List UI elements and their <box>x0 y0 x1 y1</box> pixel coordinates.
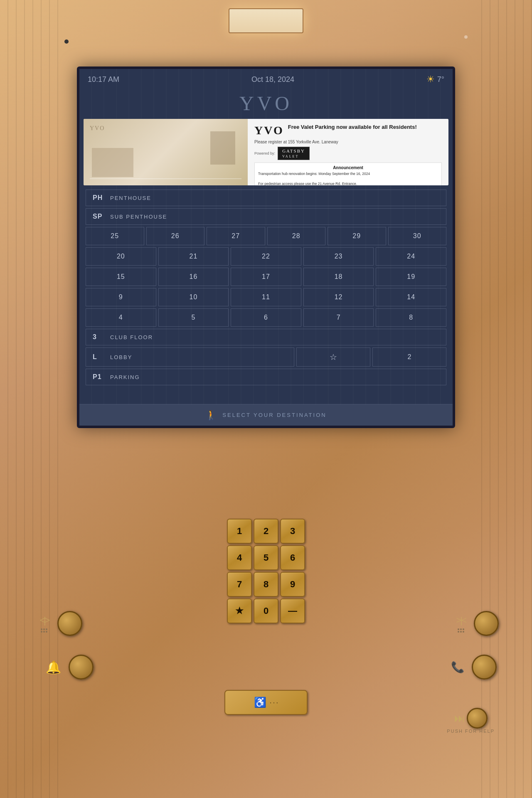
key-0[interactable]: 0 <box>254 598 278 623</box>
key-6[interactable]: 6 <box>280 545 305 570</box>
door-close-icon: >|< <box>456 615 466 626</box>
banner-logo: YVO <box>254 124 284 137</box>
announcement-box: Announcement Transportation hub renovati… <box>254 163 442 185</box>
banner-area: YVO YVO Free Valet Parking now available… <box>84 119 448 185</box>
key-3[interactable]: 3 <box>280 519 305 544</box>
alarm-round-button[interactable] <box>69 655 94 680</box>
header-time: 10:17 AM <box>88 75 119 84</box>
header-date: Oct 18, 2024 <box>251 75 294 84</box>
footer-text: SELECT YOUR DESTINATION <box>222 412 326 418</box>
floor-lobby-name: Lobby <box>110 354 132 360</box>
key-9[interactable]: 9 <box>280 572 305 597</box>
help-round-button[interactable] <box>472 655 497 680</box>
physical-keypad: 1 2 3 4 5 6 7 8 9 ★ 0 — <box>227 519 305 623</box>
key-5[interactable]: 5 <box>254 545 278 570</box>
building-logo: YVO <box>79 92 453 115</box>
floor-sp-name: Sub Penthouse <box>110 214 167 220</box>
ceiling-light <box>229 8 303 33</box>
floor-parking-name: Parking <box>110 374 140 380</box>
gatsby-logo: GATSBY VALET <box>278 147 310 160</box>
announcement-title: Announcement <box>258 165 438 170</box>
powered-by-label: Powered by: <box>254 151 275 155</box>
announcement-text: Transportation hub renovation begins: Mo… <box>258 172 438 185</box>
banner-photo: YVO <box>84 119 248 185</box>
promo-subtitle: Please register at 155 Yorkville Ave. La… <box>254 140 442 144</box>
logo-area: YVO <box>79 90 453 119</box>
round-button-right[interactable] <box>474 611 499 636</box>
key-minus[interactable]: — <box>280 598 305 623</box>
key-4[interactable]: 4 <box>227 545 252 570</box>
push-help-label: PUSH FOR HELP <box>447 729 495 734</box>
powered-by: Powered by: GATSBY VALET <box>254 147 442 160</box>
key-8[interactable]: 8 <box>254 572 278 597</box>
braille-open <box>41 628 47 633</box>
screen-footer: 🚶 SELECT YOUR DESTINATION <box>79 404 453 426</box>
left-controls: <|> <box>39 611 82 636</box>
dot-pattern: · · · <box>270 699 278 706</box>
camera-dot <box>64 39 69 44</box>
skip-forward-icon: ⏭ <box>454 712 463 725</box>
help-controls: 📞 <box>451 655 497 680</box>
accessibility-button[interactable]: ♿ · · · <box>224 690 308 715</box>
temperature: 7° <box>437 75 444 84</box>
door-open-button[interactable]: <|> <box>39 615 49 633</box>
right-controls: >|< <box>456 611 499 636</box>
push-for-help: ⏭ PUSH FOR HELP <box>447 708 495 734</box>
weather-icon: ☀ <box>426 74 435 85</box>
promo-title: Free Valet Parking now available for all… <box>288 124 442 131</box>
key-1[interactable]: 1 <box>227 519 252 544</box>
person-icon: 🚶 <box>205 410 217 421</box>
elevator-screen: 10:17 AM Oct 18, 2024 ☀ 7° YVO YVO YVO <box>77 66 455 428</box>
floor-ph-name: Penthouse <box>110 195 151 201</box>
sensor-dot <box>464 35 468 39</box>
alarm-area: 🔔 <box>46 655 94 680</box>
floor-club-name: Club Floor <box>110 334 153 340</box>
bell-icon: 🔔 <box>46 660 61 675</box>
push-help-button[interactable] <box>467 708 488 729</box>
phone-icon: 📞 <box>451 661 464 674</box>
braille-close <box>458 628 464 633</box>
elevator-wall: 10:17 AM Oct 18, 2024 ☀ 7° YVO YVO YVO <box>0 0 532 798</box>
banner-logo-row: YVO Free Valet Parking now available for… <box>254 124 442 137</box>
door-close-button[interactable]: >|< <box>456 615 466 633</box>
screen-header: 10:17 AM Oct 18, 2024 ☀ 7° <box>79 69 453 90</box>
key-7[interactable]: 7 <box>227 572 252 597</box>
key-2[interactable]: 2 <box>254 519 278 544</box>
weather-display: ☀ 7° <box>426 74 444 85</box>
door-open-icon: <|> <box>39 615 49 626</box>
banner-content: YVO Free Valet Parking now available for… <box>248 119 448 185</box>
round-button-left[interactable] <box>57 611 82 636</box>
key-star[interactable]: ★ <box>227 598 252 623</box>
wheelchair-icon: ♿ <box>254 697 266 708</box>
